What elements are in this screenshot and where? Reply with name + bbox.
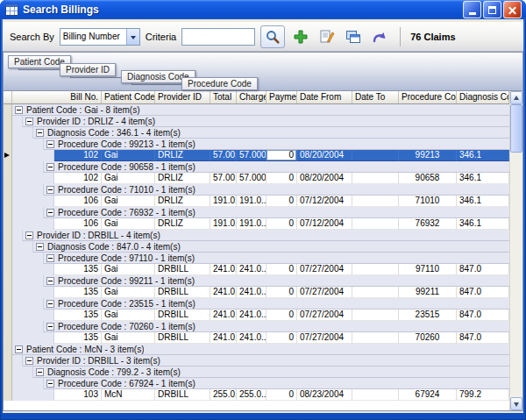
collapse-icon[interactable]: [36, 129, 44, 137]
cell-diagnosis-code[interactable]: 847.0: [457, 310, 509, 321]
cell-charges[interactable]: 241.0...: [237, 287, 267, 298]
cell-diagnosis-code[interactable]: 799.2: [457, 389, 509, 401]
group-tab-provider-id[interactable]: Provider ID: [60, 63, 116, 76]
cell-patient-code[interactable]: Gai: [102, 173, 155, 184]
cell-date-from[interactable]: 08/23/2004: [297, 389, 352, 401]
cell-diagnosis-code[interactable]: 346.1: [457, 196, 509, 207]
row-indicator[interactable]: [4, 161, 12, 173]
cell-payme[interactable]: 0: [267, 287, 297, 298]
cell-bill-no[interactable]: 135: [54, 264, 102, 275]
scroll-track[interactable]: [510, 104, 522, 397]
cell-payme[interactable]: 0: [267, 150, 297, 161]
group-band[interactable]: Patient Code : Gai - 8 item(s): [12, 104, 509, 116]
cell-date-to[interactable]: [352, 218, 399, 230]
cell-diagnosis-code[interactable]: 847.0: [457, 264, 509, 275]
group-row[interactable]: Procedure Code : 99211 - 1 item(s): [4, 275, 509, 287]
row-indicator[interactable]: [4, 321, 12, 332]
group-row[interactable]: Provider ID : DRBILL - 4 item(s): [4, 230, 509, 241]
group-row[interactable]: Diagnosis Code : 346.1 - 4 item(s): [4, 127, 509, 139]
column-header-provider-id[interactable]: Provider ID: [155, 91, 210, 103]
cell-bill-no[interactable]: 106: [54, 196, 102, 207]
cell-provider-id[interactable]: DRLIZ: [155, 150, 210, 161]
cell-payme[interactable]: 0: [267, 332, 297, 344]
cell-bill-no[interactable]: 106: [54, 218, 102, 230]
cell-patient-code[interactable]: McN: [102, 389, 155, 401]
group-by-panel[interactable]: Patient CodeProvider IDDiagnosis CodePro…: [4, 53, 522, 91]
cell-payme[interactable]: 0: [267, 389, 297, 401]
cell-date-to[interactable]: [352, 310, 399, 321]
title-bar[interactable]: Search Billings: [0, 0, 526, 19]
group-band[interactable]: Procedure Code : 23515 - 1 item(s): [44, 298, 509, 310]
group-band[interactable]: Procedure Code : 97110 - 1 item(s): [44, 253, 509, 264]
group-band[interactable]: Procedure Code : 70260 - 1 item(s): [44, 321, 509, 332]
cell-total[interactable]: 241.0...: [210, 264, 237, 275]
table-row[interactable]: 135GaiDRBILL241.0...241.0...007/27/20049…: [4, 287, 509, 298]
group-band[interactable]: Provider ID : DRBILL - 4 item(s): [23, 230, 509, 241]
group-row[interactable]: Procedure Code : 67924 - 1 item(s): [4, 378, 509, 389]
cell-bill-no[interactable]: 102: [54, 150, 102, 161]
collapse-icon[interactable]: [36, 368, 44, 376]
cell-procedure-code[interactable]: 23515: [399, 310, 457, 321]
group-row[interactable]: Procedure Code : 70260 - 1 item(s): [4, 321, 509, 332]
cell-patient-code[interactable]: Gai: [102, 196, 155, 207]
scroll-down-button[interactable]: [510, 397, 522, 410]
cell-procedure-code[interactable]: 70260: [399, 332, 457, 344]
table-row[interactable]: 135GaiDRBILL241.0...241.0...007/27/20042…: [4, 310, 509, 321]
group-tab-procedure-code[interactable]: Procedure Code: [181, 77, 258, 90]
cell-payme[interactable]: 0: [267, 173, 297, 184]
cell-procedure-code[interactable]: 76932: [399, 218, 457, 230]
column-header-diagnosis-code[interactable]: Diagnosis Code: [457, 91, 509, 103]
cell-charges[interactable]: 191.0...: [237, 196, 267, 207]
cell-payme[interactable]: 0: [267, 264, 297, 275]
cell-charges[interactable]: 241.0...: [237, 332, 267, 344]
cell-bill-no[interactable]: 135: [54, 287, 102, 298]
row-indicator[interactable]: [4, 104, 12, 116]
cell-total[interactable]: 191.0...: [210, 218, 237, 230]
cell-provider-id[interactable]: DRBILL: [155, 310, 210, 321]
cell-total[interactable]: 57.00...: [210, 150, 237, 161]
cell-charges[interactable]: 57.0000: [237, 150, 267, 161]
collapse-icon[interactable]: [25, 117, 33, 125]
cell-total[interactable]: 57.00...: [210, 173, 237, 184]
group-row[interactable]: Diagnosis Code : 799.2 - 3 item(s): [4, 367, 509, 378]
cell-diagnosis-code[interactable]: 847.0: [457, 332, 509, 344]
group-band[interactable]: Procedure Code : 67924 - 1 item(s): [44, 378, 509, 389]
cell-provider-id[interactable]: DRLIZ: [155, 196, 210, 207]
group-row[interactable]: Procedure Code : 97110 - 1 item(s): [4, 253, 509, 264]
cell-date-from[interactable]: 07/27/2004: [297, 310, 352, 321]
table-row[interactable]: 135GaiDRBILL241.0...241.0...007/27/20047…: [4, 332, 509, 344]
row-indicator[interactable]: [4, 230, 12, 241]
group-row[interactable]: Provider ID : DRLIZ - 4 item(s): [4, 116, 509, 127]
table-row[interactable]: 106GaiDRLIZ191.0...191.0...007/12/200476…: [4, 218, 509, 230]
collapse-icon[interactable]: [46, 380, 54, 388]
column-header-date-from[interactable]: Date From: [297, 91, 352, 103]
collapse-icon[interactable]: [46, 140, 54, 148]
group-row[interactable]: Diagnosis Code : 847.0 - 4 item(s): [4, 241, 509, 253]
row-indicator[interactable]: [4, 253, 12, 264]
cell-date-from[interactable]: 07/27/2004: [297, 332, 352, 344]
collapse-icon[interactable]: [15, 106, 23, 114]
scroll-thumb[interactable]: [510, 104, 522, 153]
column-header-payme[interactable]: Payme...: [267, 91, 297, 103]
collapse-icon[interactable]: [46, 254, 54, 262]
cell-date-to[interactable]: [352, 332, 399, 344]
group-band[interactable]: Procedure Code : 99213 - 1 item(s): [44, 139, 509, 150]
cell-total[interactable]: 191.0...: [210, 196, 237, 207]
cell-total[interactable]: 255.0...: [210, 389, 237, 401]
row-indicator[interactable]: [4, 264, 12, 275]
row-indicator[interactable]: [4, 275, 12, 287]
cell-date-from[interactable]: 07/12/2004: [297, 196, 352, 207]
column-header-bill-no[interactable]: Bill No.: [12, 91, 102, 103]
cell-total[interactable]: 241.0...: [210, 287, 237, 298]
group-row[interactable]: Procedure Code : 99213 - 1 item(s): [4, 139, 509, 150]
cell-total[interactable]: 241.0...: [210, 332, 237, 344]
column-header-procedure-code[interactable]: Procedure Code: [399, 91, 457, 103]
collapse-icon[interactable]: [46, 300, 54, 308]
cell-date-from[interactable]: 07/27/2004: [297, 287, 352, 298]
cell-procedure-code[interactable]: 90658: [399, 173, 457, 184]
cell-procedure-code[interactable]: 99211: [399, 287, 457, 298]
table-row[interactable]: 135GaiDRBILL241.0...241.0...007/27/20049…: [4, 264, 509, 275]
cell-diagnosis-code[interactable]: 346.1: [457, 218, 509, 230]
collapse-icon[interactable]: [46, 163, 54, 171]
collapse-icon[interactable]: [15, 345, 23, 353]
